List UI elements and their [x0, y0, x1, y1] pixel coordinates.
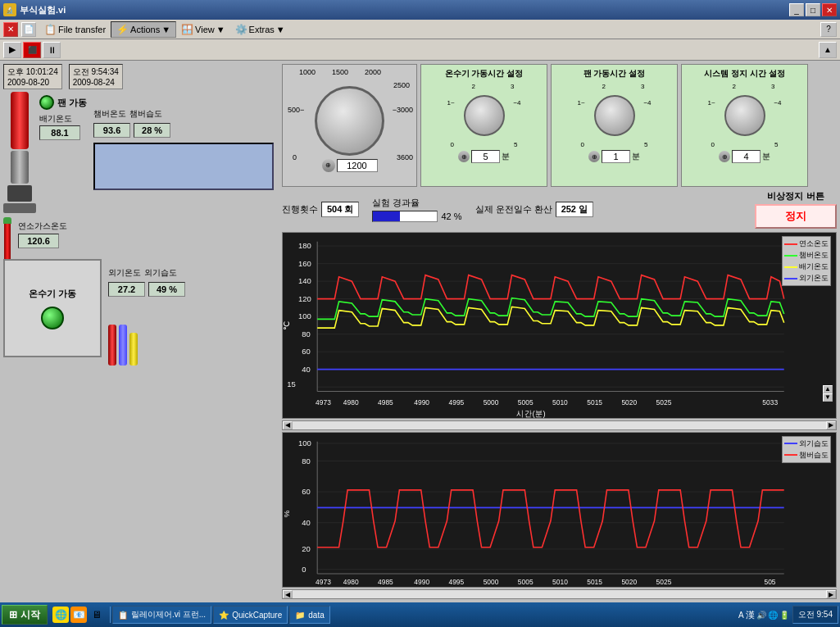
svg-text:시간(분): 시간(분)	[516, 409, 546, 418]
svg-text:%: %	[283, 510, 291, 517]
knobs-row: 1000 1500 2000 2500 −3000 3600 0 500− ⊕ …	[282, 64, 837, 187]
bottom-chart: 100 80 60 40 20 0 %	[282, 432, 837, 588]
scale-2000: 2000	[365, 68, 381, 76]
system-tray: A 漢 🔊 🌐 🔋 오전 9:54	[738, 606, 838, 624]
system-timer-input[interactable]	[732, 150, 761, 163]
file-icon[interactable]: 📄	[21, 22, 36, 37]
maximize-button[interactable]: □	[806, 3, 820, 16]
legend-exhaust-color	[784, 266, 797, 268]
windows-logo: ⊞	[9, 609, 17, 620]
svg-text:5020: 5020	[621, 578, 637, 586]
outside-temp-value: 27.2	[108, 282, 145, 297]
chamber-humid-label: 챔버습도	[129, 108, 162, 120]
svg-text:4973: 4973	[316, 398, 331, 407]
view-menu[interactable]: 🪟 View ▼	[176, 22, 230, 37]
actions-menu[interactable]: ⚡ Actions ▼	[111, 21, 176, 38]
fan-timer-adjust[interactable]: ⊕	[588, 151, 600, 162]
extras-menu[interactable]: ⚙️ Extras ▼	[230, 22, 290, 37]
scale-1500: 1500	[332, 68, 348, 76]
heater-timer-input[interactable]	[471, 150, 500, 163]
black-part	[7, 185, 32, 202]
system-timer-adjust[interactable]: ⊕	[719, 151, 730, 162]
svg-text:4995: 4995	[449, 398, 465, 407]
quicklaunch-icon3[interactable]: 🖥	[89, 607, 105, 623]
svg-text:40: 40	[302, 365, 311, 374]
stop-button[interactable]: ⬛	[23, 42, 41, 58]
taskbar-item3[interactable]: 📁 data	[289, 606, 329, 624]
help-button[interactable]: ?	[820, 22, 837, 37]
date2-value: 2009-08-24	[73, 78, 119, 87]
system-timer-unit: 분	[762, 151, 770, 162]
heater-timer-adjust[interactable]: ⊕	[458, 151, 470, 162]
outside-humid-value: 49 %	[148, 282, 185, 297]
outside-temp-label: 외기온도	[108, 267, 141, 279]
start-button[interactable]: ⊞ 시작	[2, 605, 48, 625]
fan-led	[39, 95, 54, 110]
result-label: 실험 경과율	[372, 197, 461, 209]
menu-close-button[interactable]: ✕	[3, 22, 18, 37]
knob-adjust-icon[interactable]: ⊕	[322, 159, 335, 172]
progress-items: 진행횟수 504 회 실험 경과율 42 %	[282, 197, 748, 222]
svg-text:4990: 4990	[414, 578, 429, 586]
collapse-button[interactable]: ▲	[819, 42, 837, 58]
taskbar-clock: 오전 9:54	[792, 606, 838, 624]
quicklaunch-icon1[interactable]: 🌐	[52, 607, 69, 623]
file-transfer-menu[interactable]: 📋 File transfer	[39, 22, 111, 37]
quicklaunch-icon2[interactable]: 📧	[70, 607, 87, 623]
scale-2500: 2500	[393, 81, 410, 89]
svg-text:4990: 4990	[414, 398, 429, 407]
fan-timer-title: 팬 가동시간 설정	[583, 68, 646, 80]
heater-timer-knob[interactable]	[464, 95, 505, 136]
run-button[interactable]: ▶	[3, 42, 21, 58]
green-line-temp	[317, 298, 784, 320]
fan-sensor-row: 팬 가동 배기온도 88.1 챔버온도 챔	[3, 92, 275, 213]
scale-3000: −3000	[393, 106, 413, 114]
legend-chamber-humid-color	[784, 454, 797, 456]
time1-box: 오후 10:01:24 2009-08-20	[3, 64, 62, 89]
run-count: 진행횟수 504 회	[282, 202, 359, 217]
taskbar-item1[interactable]: 📋 릴레이제어.vi 프런...	[112, 606, 211, 624]
bottom-chart-legend: 외기습도 챔버습도	[782, 436, 831, 463]
svg-text:505: 505	[764, 578, 775, 586]
left-panel: 오후 10:01:24 2009-08-20 오전 9:54:34 2009-0…	[0, 61, 279, 602]
svg-text:60: 60	[302, 487, 311, 496]
system-timer-box: 시스템 정지 시간 설정 2 3 −4 5 0 1~ ⊕ 분	[681, 64, 808, 187]
bottom-chart-hscroll[interactable]: ◀ ▶	[282, 589, 837, 599]
fan-timer-input[interactable]	[602, 150, 630, 163]
gray-cylinder	[11, 151, 29, 184]
scale-500: 500−	[288, 106, 304, 114]
emergency-stop-button[interactable]: 정지	[755, 204, 837, 229]
big-knob[interactable]	[315, 86, 384, 156]
boiler-box: 온수기 가동	[3, 259, 102, 357]
svg-text:4973: 4973	[316, 578, 331, 586]
fan-timer-knob[interactable]	[594, 95, 635, 136]
top-chart-legend: 연소온도 챔버온도 배기온도 외기온도	[782, 236, 831, 286]
run-count-value: 504 회	[321, 202, 359, 217]
system-timer-title: 시스템 정지 시간 설정	[704, 68, 784, 80]
heater-timer-box: 온수기 가동시간 설정 2 3 −4 5 0 1~ ⊕ 분	[420, 64, 547, 187]
svg-text:80: 80	[302, 456, 311, 465]
taskbar-item2[interactable]: ⭐ QuickCapture	[213, 606, 288, 624]
svg-text:5015: 5015	[587, 578, 602, 586]
legend-outside-color	[784, 278, 797, 279]
minimize-button[interactable]: _	[789, 3, 804, 16]
chamber-temp-label: 챔버온도	[93, 108, 126, 120]
svg-text:120: 120	[298, 294, 311, 303]
svg-text:100: 100	[298, 311, 311, 320]
quick-launch: 🌐 📧 🖥	[49, 607, 108, 623]
system-timer-knob[interactable]	[724, 95, 765, 136]
svg-text:0: 0	[302, 565, 306, 574]
scale-0: 0	[293, 153, 297, 161]
top-chart-hscroll[interactable]: ◀ ▶	[282, 420, 837, 430]
chamber-temp-value: 93.6	[93, 123, 130, 138]
boiler-row: 온수기 가동 외기온도 외기습도 27.2 49 %	[3, 259, 275, 366]
fan-timer-box: 팬 가동시간 설정 2 3 −4 5 0 1~ ⊕ 분	[551, 64, 678, 187]
baegi-label: 배기온도	[39, 113, 87, 125]
close-button[interactable]: ✕	[822, 3, 837, 16]
pause-button[interactable]: ⏸	[43, 42, 61, 58]
result-percent: 42 %	[441, 211, 461, 221]
svg-text:180: 180	[298, 241, 311, 250]
menu-bar: ✕ 📄 📋 File transfer ⚡ Actions ▼ 🪟 View ▼…	[0, 20, 840, 39]
chart1-vscroll[interactable]: ▲ ▼	[823, 385, 833, 402]
pipe-blue	[119, 325, 127, 366]
